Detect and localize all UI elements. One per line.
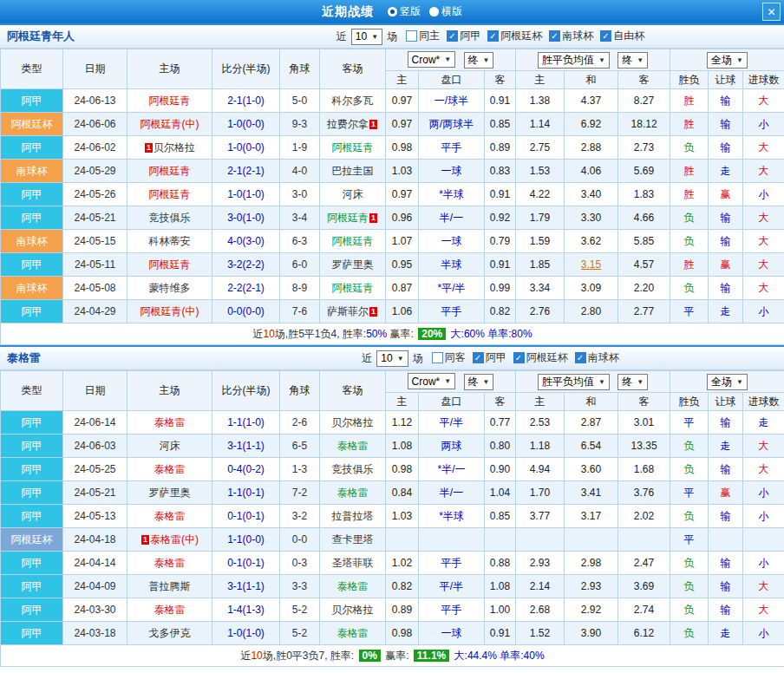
away-team-link[interactable]: 阿根廷青 [332,141,374,154]
away-team-link[interactable]: 巴拉圭国 [332,165,374,177]
team-name-link[interactable]: 阿根廷青年人 [7,29,202,44]
filter-checkbox-cup-argentina[interactable]: 阿根廷杯 [487,29,542,43]
match-score[interactable]: 2-1(2-1) [212,160,280,183]
away-team-link[interactable]: 萨斯菲尔 [327,305,369,317]
away-team-link[interactable]: 罗萨里奥 [332,258,374,271]
away-team-link[interactable]: 贝尔格拉 [332,416,374,428]
europe-avg-select[interactable]: 胜平负均值▼ [538,52,610,69]
filter-checkbox-league-a[interactable]: 阿甲 [447,29,480,43]
match-score[interactable]: 4-0(3-0) [212,230,280,253]
handicap-result-value: 输 [709,552,743,575]
asian-handicap: 半/一 [419,481,485,505]
home-team-link[interactable]: 戈多伊克 [149,627,191,639]
filter-checkbox-cup-libertad[interactable]: 自由杯 [600,29,644,43]
match-score[interactable]: 0-1(0-1) [212,505,280,528]
home-team-link[interactable]: 科林蒂安 [149,235,191,247]
home-team-link[interactable]: 泰格雷 [154,557,186,569]
handicap-result-value: 输 [709,598,743,622]
match-score[interactable]: 0-1(0-1) [212,552,280,575]
europe-avg-select[interactable]: 胜平负均值▼ [538,374,610,390]
col-europe-away: 客 [618,393,670,411]
games-count-select[interactable]: 10▼ [351,29,382,45]
home-team-link[interactable]: 蒙特维多 [149,282,191,294]
scope-select[interactable]: 全场▼ [707,374,748,390]
home-team-link[interactable]: 泰格雷 [154,604,186,616]
bookmaker-select[interactable]: Crow*▼ [408,373,456,389]
away-team-link[interactable]: 圣塔菲联 [332,557,374,569]
home-team-link[interactable]: 阿根廷青(中) [140,118,199,130]
match-row: 阿甲24-06-03河床3-1(1-1)6-5泰格雷1.08两球0.801.18… [1,435,784,458]
home-team-link[interactable]: 普拉腾斯 [149,580,191,592]
away-team-link[interactable]: 阿根廷青 [332,235,374,247]
filter-checkbox-same-away[interactable]: 同客 [432,350,466,365]
away-team-link[interactable]: 贝尔格拉 [332,604,374,616]
home-team-link[interactable]: 阿根廷青(中) [140,305,199,317]
home-team-link[interactable]: 罗萨里奥 [149,487,191,499]
home-team-link[interactable]: 泰格雷(中) [150,533,199,546]
goals-result-value: 大 [743,575,784,598]
home-team-link[interactable]: 贝尔格拉 [154,141,195,154]
home-team-link[interactable]: 泰格雷 [154,510,186,522]
away-team-link[interactable]: 阿根廷青 [327,212,369,224]
match-score[interactable]: 1-1(0-1) [212,481,280,505]
goals-result-value: 小 [743,622,784,645]
match-score[interactable]: 1-0(1-0) [212,183,280,206]
home-team-link[interactable]: 阿根廷青 [149,95,191,107]
home-team-link[interactable]: 泰格雷 [154,416,186,428]
filter-checkbox-league-a[interactable]: 阿甲 [473,350,506,365]
layout-radio-horizontal[interactable]: 横版 [429,4,462,19]
layout-radio-vertical[interactable]: 竖版 [388,4,421,19]
filter-checkbox-cup-argentina[interactable]: 阿根廷杯 [513,350,568,365]
away-team-link[interactable]: 泰格雷 [337,440,369,452]
match-row: 阿甲24-05-11阿根廷青3-2(2-2)6-0罗萨里奥0.95半球0.911… [1,253,784,277]
filter-checkbox-cup-south[interactable]: 南球杯 [575,350,619,365]
close-button[interactable]: ✕ [762,3,781,21]
away-team-link[interactable]: 泰格雷 [337,627,369,639]
match-score[interactable]: 0-4(0-2) [212,458,280,481]
home-team-link[interactable]: 阿根廷青 [149,258,191,271]
away-team-link[interactable]: 阿根廷青 [332,282,374,294]
filter-checkbox-same-home[interactable]: 同主 [406,29,440,43]
games-count-select[interactable]: 10▼ [376,350,408,367]
bookmaker-select[interactable]: Crow*▼ [408,51,456,68]
match-score[interactable]: 2-1(1-0) [212,89,280,113]
filter-checkbox-cup-south[interactable]: 南球杯 [549,29,593,43]
match-score[interactable]: 1-0(0-0) [212,113,280,136]
match-score[interactable]: 1-0(0-0) [212,136,280,160]
home-team-link[interactable]: 阿根廷青 [149,165,191,177]
team-name-link[interactable]: 泰格雷 [7,350,202,366]
away-team-link[interactable]: 拉费尔拿 [327,118,369,130]
match-score[interactable]: 1-0(1-0) [212,622,280,645]
match-score[interactable]: 3-1(1-1) [212,575,280,598]
away-team-link[interactable]: 河床 [343,188,363,200]
match-score[interactable]: 2-2(2-1) [212,277,280,300]
away-team-link[interactable]: 竞技俱乐 [332,463,374,475]
match-score[interactable]: 3-0(1-0) [212,206,280,230]
scope-select[interactable]: 全场▼ [707,52,748,69]
match-score[interactable]: 1-1(0-0) [212,528,280,552]
asian-final-value: 终 [468,53,479,68]
asian-final-select[interactable]: 终▼ [464,52,494,69]
home-team-link[interactable]: 河床 [160,440,180,452]
away-team-link[interactable]: 拉普拉塔 [332,510,374,522]
home-team-link[interactable]: 泰格雷 [154,463,186,475]
away-team-link[interactable]: 泰格雷 [337,487,369,499]
europe-final-select[interactable]: 终▼ [617,52,648,69]
match-score[interactable]: 3-2(2-2) [212,253,280,277]
away-team-link[interactable]: 泰格雷 [337,580,369,592]
match-score[interactable]: 1-1(1-0) [212,411,280,435]
europe-draw-odds[interactable]: 3.15 [565,253,618,277]
col-europe-home: 主 [516,393,565,411]
home-team-link[interactable]: 阿根廷青 [149,188,191,200]
home-team-cell: 戈多伊克 [127,622,212,645]
match-score[interactable]: 3-1(1-1) [212,435,280,458]
away-team-link[interactable]: 查卡里塔 [332,533,374,546]
europe-home-odds: 4.94 [516,458,565,481]
home-team-link[interactable]: 竞技俱乐 [149,212,191,224]
away-team-link[interactable]: 科尔多瓦 [332,95,374,107]
match-row: 阿甲24-05-21竞技俱乐3-0(1-0)3-4阿根廷青10.96半/一0.9… [1,206,784,230]
europe-final-select[interactable]: 终▼ [617,374,648,390]
asian-final-select[interactable]: 终▼ [464,374,494,390]
match-score[interactable]: 1-4(1-3) [212,598,280,622]
match-score[interactable]: 0-0(0-0) [212,300,280,323]
